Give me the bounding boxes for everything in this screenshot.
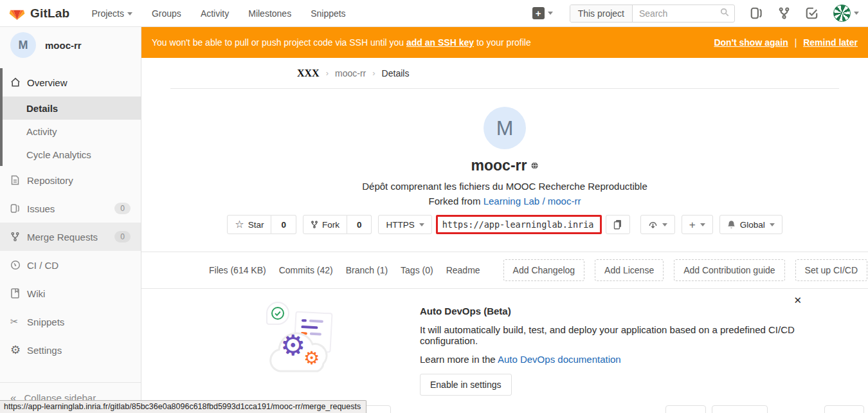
- todos-icon[interactable]: [806, 7, 818, 19]
- add-ssh-key-link[interactable]: add an SSH key: [406, 37, 474, 48]
- chevron-down-icon: [127, 12, 132, 15]
- breadcrumb-project[interactable]: mooc-rr: [335, 68, 366, 78]
- files-link[interactable]: Files (614 KB): [209, 265, 266, 275]
- sidebar-item-snippets[interactable]: ✂ Snippets: [0, 307, 141, 336]
- home-icon: [10, 77, 27, 87]
- book-icon: [10, 288, 27, 298]
- star-icon: ☆: [235, 219, 244, 230]
- add-changelog-button[interactable]: Add Changelog: [503, 259, 585, 281]
- chevron-down-icon: [548, 12, 553, 15]
- gauge-icon: [10, 260, 27, 270]
- sidebar-item-cycle-analytics[interactable]: Cycle Analytics: [3, 143, 141, 166]
- merge-requests-count-badge: 0: [114, 231, 131, 243]
- remind-later-link[interactable]: Remind later: [803, 37, 858, 48]
- chevron-down-icon: [419, 223, 424, 226]
- user-menu[interactable]: [833, 5, 859, 22]
- breadcrumb-separator: ›: [326, 68, 329, 78]
- nav-milestones[interactable]: Milestones: [248, 8, 291, 19]
- protocol-dropdown[interactable]: HTTPS: [378, 215, 431, 234]
- overview-section: Overview Details Activity Cycle Analytic…: [0, 68, 141, 166]
- readme-link[interactable]: Readme: [446, 265, 480, 275]
- check-circle-icon: [266, 302, 289, 325]
- sidebar-item-details[interactable]: Details: [3, 96, 141, 120]
- user-avatar: [833, 5, 851, 22]
- gear-icon: ⚙: [303, 349, 320, 367]
- issues-icon: [10, 203, 27, 214]
- plus-icon: +: [689, 219, 696, 230]
- sidebar-item-merge-requests[interactable]: Merge Requests 0: [0, 223, 141, 251]
- sidebar-item-settings[interactable]: ⚙ Settings: [0, 336, 141, 364]
- nav-snippets[interactable]: Snippets: [311, 8, 345, 19]
- nav-activity[interactable]: Activity: [201, 8, 229, 19]
- breadcrumb: XXX › mooc-rr › Details: [170, 58, 839, 89]
- main-content: You won't be able to pull or push projec…: [141, 27, 868, 413]
- project-avatar: M: [484, 107, 526, 149]
- auto-devops-learn-more: Learn more in the Auto DevOps documentat…: [420, 354, 839, 365]
- issues-icon[interactable]: [750, 7, 763, 19]
- search-group: This project: [570, 5, 735, 23]
- file-icon: [10, 175, 27, 185]
- gitlab-logo-icon[interactable]: [9, 5, 25, 21]
- download-icon: [648, 220, 658, 230]
- issues-count-badge: 0: [114, 203, 131, 214]
- project-actions: ☆ Star 0 Fork 0: [141, 215, 868, 234]
- merge-requests-icon[interactable]: [778, 7, 790, 19]
- project-sidebar: M mooc-rr Overview Details Activity Cycl…: [0, 27, 141, 413]
- add-contribution-guide-button[interactable]: Add Contribution guide: [674, 259, 784, 281]
- add-dropdown[interactable]: +: [682, 215, 713, 234]
- breadcrumb-separator: ›: [372, 68, 375, 78]
- sidebar-item-repository[interactable]: Repository: [0, 166, 141, 194]
- project-description: Dépôt comprenant les fichiers du MOOC Re…: [141, 181, 868, 192]
- sidebar-project-name: mooc-rr: [45, 40, 82, 51]
- star-button[interactable]: ☆ Star: [227, 215, 271, 234]
- commits-link[interactable]: Commits (42): [279, 265, 333, 275]
- ssh-warning-banner: You won't be able to pull or push projec…: [141, 27, 868, 58]
- nav-projects[interactable]: Projects: [91, 8, 132, 19]
- clone-url-input[interactable]: [436, 215, 602, 234]
- forked-from: Forked from Learning Lab / mooc-rr: [141, 196, 868, 206]
- sidebar-item-ci-cd[interactable]: CI / CD: [0, 251, 141, 279]
- chevron-down-icon: [700, 223, 705, 226]
- close-icon[interactable]: ✕: [793, 295, 802, 305]
- fork-button[interactable]: Fork: [303, 215, 347, 234]
- dont-show-again-link[interactable]: Don't show again: [714, 37, 788, 48]
- gear-icon: ⚙: [280, 331, 305, 360]
- repo-stats-bar: Files (614 KB) Commits (42) Branch (1) T…: [141, 252, 868, 289]
- setup-cicd-button[interactable]: Set up CI/CD: [795, 259, 867, 281]
- tags-link[interactable]: Tags (0): [401, 265, 433, 275]
- sidebar-item-issues[interactable]: Issues 0: [0, 194, 141, 223]
- sidebar-item-wiki[interactable]: Wiki: [0, 279, 141, 307]
- sidebar-project-header[interactable]: M mooc-rr: [0, 27, 141, 63]
- nav-groups[interactable]: Groups: [152, 8, 181, 19]
- auto-devops-description: It will automatically build, test, and d…: [420, 324, 839, 346]
- search-icon: [720, 8, 729, 19]
- auto-devops-title: Auto DevOps (Beta): [420, 306, 839, 317]
- partial-button[interactable]: [712, 405, 768, 413]
- add-license-button[interactable]: Add License: [595, 259, 664, 281]
- search-scope-label: This project: [570, 5, 633, 22]
- project-avatar-small: M: [10, 32, 36, 58]
- fork-source-link[interactable]: Learning Lab / mooc-rr: [484, 196, 581, 206]
- fork-count[interactable]: 0: [347, 215, 372, 234]
- notification-dropdown[interactable]: Global: [719, 215, 782, 234]
- search-input[interactable]: [633, 8, 734, 19]
- new-menu-button[interactable]: +: [532, 7, 553, 19]
- partial-button[interactable]: [665, 405, 706, 413]
- partial-button[interactable]: [824, 405, 864, 413]
- breadcrumb-current: Details: [382, 68, 410, 78]
- copy-url-button[interactable]: [606, 215, 630, 234]
- chevron-down-icon: [770, 223, 775, 226]
- branch-link[interactable]: Branch (1): [346, 265, 388, 275]
- breadcrumb-namespace[interactable]: XXX: [297, 68, 320, 79]
- download-dropdown[interactable]: [640, 215, 675, 234]
- star-count[interactable]: 0: [271, 215, 296, 234]
- auto-devops-banner: ⚙ ⚙ ✕ Auto DevOps (Beta) It will automat…: [170, 289, 839, 396]
- enable-in-settings-button[interactable]: Enable in settings: [420, 374, 512, 396]
- sidebar-item-activity[interactable]: Activity: [3, 120, 141, 143]
- brand-title[interactable]: GitLab: [30, 6, 69, 21]
- sidebar-item-overview[interactable]: Overview: [3, 68, 141, 96]
- public-globe-icon: [531, 162, 538, 169]
- auto-devops-doc-link[interactable]: Auto DevOps documentation: [498, 354, 621, 365]
- main-nav: Projects Groups Activity Milestones Snip…: [91, 8, 365, 19]
- merge-request-icon: [10, 232, 27, 242]
